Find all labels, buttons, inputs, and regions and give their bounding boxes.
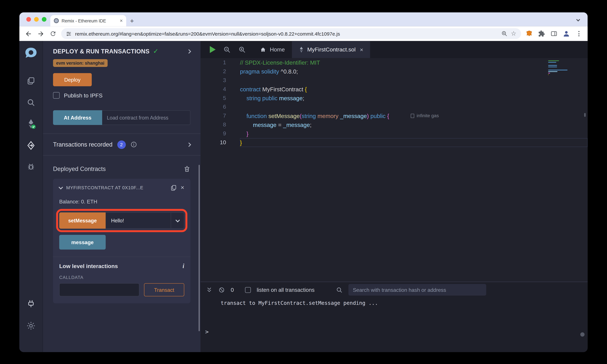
metamask-icon[interactable] <box>525 29 533 38</box>
window-minimize-button[interactable] <box>34 17 39 22</box>
browser-toolbar: remix.ethereum.org/#lang=en&optimize=fal… <box>19 26 588 41</box>
close-icon[interactable]: × <box>181 184 184 191</box>
copy-icon[interactable] <box>170 184 177 191</box>
chevron-down-icon <box>175 218 180 222</box>
set-message-button[interactable]: setMessage <box>59 212 106 229</box>
forward-button[interactable] <box>37 29 45 38</box>
chevron-right-icon[interactable] <box>187 49 191 53</box>
at-address-button[interactable]: At Address <box>53 110 102 125</box>
contract-balance: Balance: 0. ETH <box>59 199 184 205</box>
code-line[interactable]: 9 } <box>200 129 588 138</box>
remix-favicon-icon <box>54 18 59 23</box>
minimap[interactable] <box>548 60 570 75</box>
code-line[interactable]: 2pragma solidity ^0.8.0; <box>200 67 588 76</box>
chevron-down-icon[interactable] <box>59 185 63 189</box>
calldata-input[interactable] <box>59 283 139 296</box>
check-icon: ✓ <box>153 47 158 55</box>
editor-tab-bar: Home MyFirstContract.sol × <box>200 41 588 58</box>
window-close-button[interactable] <box>26 17 31 22</box>
terminal-search-icon <box>336 286 343 293</box>
search-icon[interactable] <box>27 98 35 107</box>
terminal: 0 listen on all transactions transact to… <box>200 282 588 352</box>
at-address-input[interactable] <box>102 110 190 125</box>
transact-button[interactable]: Transact <box>144 283 184 296</box>
info-icon[interactable]: i <box>183 263 184 270</box>
divider <box>53 257 190 257</box>
tab-close-icon[interactable]: × <box>360 46 363 53</box>
code-line[interactable]: 10} <box>200 138 588 147</box>
tab-file-label: MyFirstContract.sol <box>307 47 356 53</box>
set-message-input[interactable] <box>106 212 171 229</box>
deployed-contracts-header: Deployed Contracts <box>53 166 190 172</box>
trash-icon[interactable] <box>184 166 190 172</box>
publish-ipfs-checkbox[interactable] <box>53 92 60 99</box>
deployed-contract-card: MYFIRSTCONTRACT AT 0X10F...E × Balance: … <box>53 179 190 303</box>
editor-column: Home MyFirstContract.sol × 1// SPDX-Lice… <box>200 41 588 352</box>
calldata-row: Transact <box>59 283 184 296</box>
browser-tab[interactable]: Remix - Ethereum IDE × <box>50 15 126 26</box>
bookmark-star-icon[interactable]: ☆ <box>511 30 516 37</box>
transactions-recorded-row[interactable]: Transactions recorded 2 <box>43 134 200 156</box>
terminal-scrollbar-thumb[interactable] <box>580 332 585 337</box>
info-circle-icon[interactable] <box>130 141 137 148</box>
code-line[interactable]: 6 <box>200 103 588 111</box>
pending-tx-count: 0 <box>231 287 234 293</box>
address-bar[interactable]: remix.ethereum.org/#lang=en&optimize=fal… <box>61 28 521 39</box>
code-line[interactable]: 4contract MyFirstContract { <box>200 85 588 94</box>
back-button[interactable] <box>24 29 33 38</box>
extensions-puzzle-icon[interactable] <box>537 29 546 38</box>
listen-transactions-checkbox[interactable] <box>245 287 251 293</box>
tab-search-button[interactable] <box>574 16 582 23</box>
code-line[interactable]: 5 string public message; <box>200 94 588 103</box>
tab-myfirstcontract[interactable]: MyFirstContract.sol × <box>292 41 370 58</box>
chevron-right-icon[interactable] <box>187 142 191 147</box>
zoom-in-icon[interactable] <box>238 46 246 53</box>
set-message-row: setMessage <box>59 212 184 229</box>
remix-app: DEPLOY & RUN TRANSACTIONS ✓ evm version:… <box>19 41 588 352</box>
solidity-compiler-icon[interactable] <box>26 118 36 129</box>
file-explorer-icon[interactable] <box>26 77 36 86</box>
message-getter-button[interactable]: message <box>59 235 106 250</box>
code-line[interactable]: 7 function setMessage(string memory _mes… <box>200 111 588 120</box>
settings-gear-icon[interactable] <box>26 321 36 330</box>
code-editor[interactable]: 1// SPDX-License-Identifier: MIT2pragma … <box>200 58 588 282</box>
deploy-run-icon[interactable] <box>26 141 36 150</box>
terminal-search-input[interactable] <box>348 284 486 296</box>
browser-menu-icon[interactable] <box>575 29 583 38</box>
low-level-header: Low level interactions i <box>59 263 184 270</box>
side-panel-icon[interactable] <box>550 29 558 38</box>
code-line[interactable]: 3 <box>200 76 588 85</box>
url-text[interactable]: remix.ethereum.org/#lang=en&optimize=fal… <box>75 31 498 37</box>
editor-scrollbar-thumb[interactable] <box>584 113 586 117</box>
contract-card-header[interactable]: MYFIRSTCONTRACT AT 0X10F...E × <box>59 184 184 191</box>
window-zoom-button[interactable] <box>42 17 46 22</box>
deploy-button[interactable]: Deploy <box>53 73 92 86</box>
site-settings-icon[interactable] <box>66 31 72 37</box>
profile-avatar-icon[interactable] <box>562 29 571 38</box>
panel-scrollbar[interactable] <box>198 165 200 331</box>
plugin-manager-plug-icon[interactable] <box>26 299 36 309</box>
debugger-bug-icon[interactable] <box>27 163 35 171</box>
zoom-icon[interactable] <box>501 30 507 37</box>
code-lines[interactable]: 1// SPDX-License-Identifier: MIT2pragma … <box>200 58 588 147</box>
terminal-prompt[interactable]: > <box>205 328 588 336</box>
tab-close-icon[interactable]: × <box>120 18 123 24</box>
browser-window: Remix - Ethereum IDE × + remix.ethereum.… <box>19 12 588 352</box>
remix-logo-icon <box>23 46 39 62</box>
code-line[interactable]: 1// SPDX-License-Identifier: MIT <box>200 58 588 67</box>
expand-arguments-button[interactable] <box>171 212 184 229</box>
collapse-terminal-icon[interactable] <box>206 286 213 293</box>
new-tab-button[interactable]: + <box>130 18 134 24</box>
listen-transactions-label: listen on all transactions <box>257 287 315 293</box>
clear-console-icon[interactable] <box>218 286 225 293</box>
reload-button[interactable] <box>49 29 57 38</box>
zoom-out-icon[interactable] <box>223 46 231 53</box>
tab-home[interactable]: Home <box>253 41 292 58</box>
terminal-log-line[interactable]: transact to MyFirstContract.setMessage p… <box>221 300 588 306</box>
code-line[interactable]: 8 message = _message; <box>200 120 588 129</box>
gas-estimate-annotation[interactable]: infinite gas <box>411 111 439 120</box>
editor-actions <box>200 41 253 58</box>
activity-bar <box>19 41 42 352</box>
publish-ipfs-row: Publish to IPFS <box>53 92 190 99</box>
run-script-play-icon[interactable] <box>210 46 216 53</box>
